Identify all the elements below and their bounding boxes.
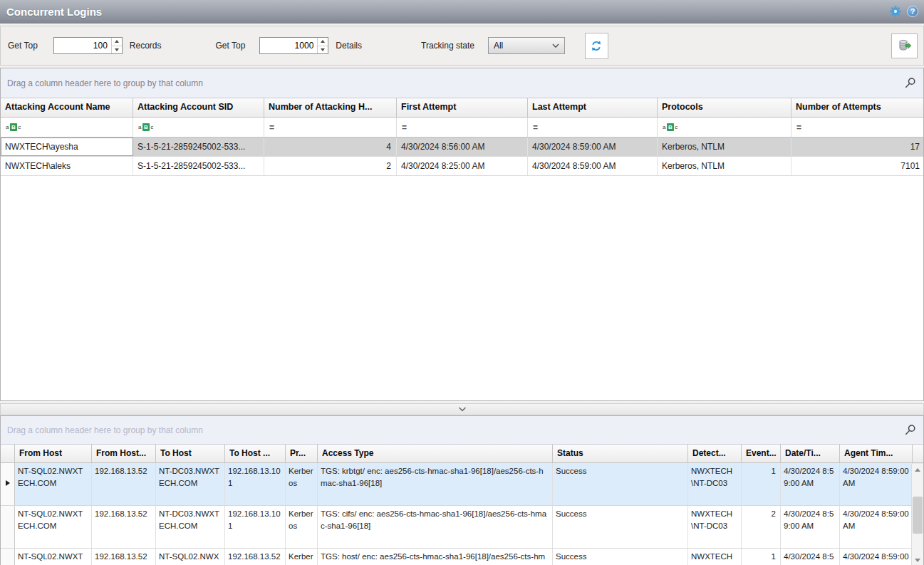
- cell-to-host[interactable]: NT-DC03.NWXTECH.COM: [156, 506, 225, 548]
- column-header-access-type[interactable]: Access Type: [318, 445, 553, 462]
- column-header-attacking-account-sid[interactable]: Attacking Account SID: [133, 98, 264, 117]
- cell-attacking-account-name[interactable]: NWXTECH\aleks: [1, 157, 133, 175]
- top-search-button[interactable]: [904, 77, 916, 89]
- filter-first-attempt[interactable]: =: [397, 118, 528, 137]
- column-header-first-attempt[interactable]: First Attempt: [397, 98, 528, 117]
- cell-from-host[interactable]: NT-SQL02.NWXTECH.COM: [15, 549, 92, 565]
- cell-to-host-ip[interactable]: 192.168.13.52: [225, 549, 286, 565]
- filter-attacking-account-name[interactable]: aBc: [1, 118, 133, 137]
- bottom-search-button[interactable]: [904, 424, 916, 436]
- column-header-last-attempt[interactable]: Last Attempt: [528, 98, 658, 117]
- scroll-up-icon[interactable]: [912, 464, 923, 476]
- cell-to-host-ip[interactable]: 192.168.13.101: [225, 506, 286, 548]
- cell-first-attempt[interactable]: 4/30/2024 8:56:00 AM: [397, 138, 528, 156]
- column-header-filler: [913, 445, 924, 462]
- column-header-date-time[interactable]: Date/Ti...: [781, 445, 840, 462]
- records-spin-up-icon[interactable]: [112, 38, 122, 46]
- cell-protocols[interactable]: Kerberos, NTLM: [658, 157, 791, 175]
- cell-agent-time[interactable]: 4/30/2024 8:59:00 AM: [840, 506, 913, 548]
- column-header-from-host-ip[interactable]: From Host...: [92, 445, 156, 462]
- cell-detected[interactable]: NWXTECH\NT-DC03: [688, 463, 742, 505]
- cell-to-host[interactable]: NT-SQL02.NWXTECH.COM: [156, 549, 225, 565]
- column-header-attacking-account-name[interactable]: Attacking Account Name: [1, 98, 133, 117]
- column-header-event[interactable]: Event...: [742, 445, 781, 462]
- table-row[interactable]: NT-SQL02.NWXTECH.COM 192.168.13.52 NT-SQ…: [1, 549, 923, 565]
- cell-number-attacking-hosts[interactable]: 4: [264, 138, 397, 156]
- cell-access-type[interactable]: TGS: cifs/ enc: aes256-cts-hmac-sha1-96[…: [318, 506, 553, 548]
- cell-detected[interactable]: NWXTECH\NT-DC03: [688, 506, 742, 548]
- cell-from-host-ip[interactable]: 192.168.13.52: [92, 463, 156, 505]
- records-count-input[interactable]: [54, 38, 111, 53]
- column-header-to-host[interactable]: To Host: [156, 445, 225, 462]
- column-header-from-host[interactable]: From Host: [15, 445, 92, 462]
- cell-date-time[interactable]: 4/30/2024 8:59:00 AM: [781, 506, 840, 548]
- help-icon[interactable]: ?: [907, 6, 918, 17]
- cell-from-host[interactable]: NT-SQL02.NWXTECH.COM: [15, 506, 92, 548]
- cell-attacking-account-sid[interactable]: S-1-5-21-2859245002-533...: [133, 138, 264, 156]
- cell-agent-time[interactable]: 4/30/2024 8:59:00 AM: [840, 549, 913, 565]
- details-spin-down-icon[interactable]: [318, 46, 328, 54]
- tracking-state-label: Tracking state: [421, 41, 474, 51]
- scrollbar-thumb[interactable]: [913, 497, 923, 534]
- cell-status[interactable]: Success: [553, 549, 688, 565]
- cell-last-attempt[interactable]: 4/30/2024 8:59:00 AM: [528, 157, 658, 175]
- column-header-to-host-ip[interactable]: To Host ...: [225, 445, 286, 462]
- cell-protocol[interactable]: Kerberos: [286, 506, 318, 548]
- equals-filter-icon: =: [402, 123, 407, 133]
- table-row[interactable]: NWXTECH\aleks S-1-5-21-2859245002-533...…: [1, 157, 923, 176]
- filter-attacking-account-sid[interactable]: aBc: [133, 118, 264, 137]
- cell-access-type[interactable]: TGS: krbtgt/ enc: aes256-cts-hmac-sha1-9…: [318, 463, 553, 505]
- cell-date-time[interactable]: 4/30/2024 8:59:00 AM: [781, 463, 840, 505]
- filter-protocols[interactable]: aBc: [658, 118, 791, 137]
- cell-attacking-account-sid[interactable]: S-1-5-21-2859245002-533...: [133, 157, 264, 175]
- details-spin-up-icon[interactable]: [318, 38, 328, 46]
- cell-number-attacking-hosts[interactable]: 2: [264, 157, 397, 175]
- table-row[interactable]: NT-SQL02.NWXTECH.COM 192.168.13.52 NT-DC…: [1, 463, 923, 506]
- cell-event[interactable]: 1: [742, 463, 781, 505]
- bottom-group-by-bar[interactable]: Drag a column header here to group by th…: [1, 416, 923, 445]
- tracking-state-dropdown[interactable]: All: [488, 37, 565, 54]
- table-row[interactable]: NWXTECH\ayesha S-1-5-21-2859245002-533..…: [1, 138, 923, 157]
- cell-from-host-ip[interactable]: 192.168.13.52: [92, 549, 156, 565]
- cell-from-host-ip[interactable]: 192.168.13.52: [92, 506, 156, 548]
- column-header-protocols[interactable]: Protocols: [658, 98, 791, 117]
- cell-attacking-account-name[interactable]: NWXTECH\ayesha: [1, 138, 133, 156]
- filter-last-attempt[interactable]: =: [528, 118, 658, 137]
- refresh-button[interactable]: [585, 33, 608, 59]
- cell-date-time[interactable]: 4/30/2024 8:59:00 AM: [781, 549, 840, 565]
- scroll-down-icon[interactable]: [912, 554, 923, 565]
- column-header-status[interactable]: Status: [553, 445, 688, 462]
- details-count-input[interactable]: [260, 38, 317, 53]
- cell-number-of-attempts[interactable]: 7101: [791, 157, 924, 175]
- cell-from-host[interactable]: NT-SQL02.NWXTECH.COM: [15, 463, 92, 505]
- settings-gear-icon[interactable]: [889, 5, 902, 18]
- cell-event[interactable]: 1: [742, 549, 781, 565]
- vertical-scrollbar[interactable]: [911, 464, 923, 565]
- table-row[interactable]: NT-SQL02.NWXTECH.COM 192.168.13.52 NT-DC…: [1, 506, 923, 549]
- cell-event[interactable]: 2: [742, 506, 781, 548]
- cell-last-attempt[interactable]: 4/30/2024 8:59:00 AM: [528, 138, 658, 156]
- export-data-button[interactable]: [891, 33, 918, 58]
- cell-to-host[interactable]: NT-DC03.NWXTECH.COM: [156, 463, 225, 505]
- cell-first-attempt[interactable]: 4/30/2024 8:25:00 AM: [397, 157, 528, 175]
- records-spin-down-icon[interactable]: [112, 46, 122, 54]
- cell-to-host-ip[interactable]: 192.168.13.101: [225, 463, 286, 505]
- cell-status[interactable]: Success: [553, 463, 688, 505]
- cell-protocol[interactable]: Kerberos: [286, 549, 318, 565]
- cell-protocol[interactable]: Kerberos: [286, 463, 318, 505]
- column-header-protocol[interactable]: Pr...: [286, 445, 318, 462]
- filter-number-of-attempts[interactable]: =: [791, 118, 924, 137]
- cell-detected[interactable]: NWXTECH\NT-DC03: [688, 549, 742, 565]
- column-header-agent-time[interactable]: Agent Tim...: [840, 445, 913, 462]
- grid-splitter[interactable]: [0, 403, 924, 415]
- column-header-number-of-attempts[interactable]: Number of Attempts: [791, 98, 924, 117]
- cell-status[interactable]: Success: [553, 506, 688, 548]
- cell-agent-time[interactable]: 4/30/2024 8:59:00 AM: [840, 463, 913, 505]
- filter-number-attacking-hosts[interactable]: =: [264, 118, 397, 137]
- cell-protocols[interactable]: Kerberos, NTLM: [658, 138, 791, 156]
- cell-number-of-attempts[interactable]: 17: [791, 138, 924, 156]
- column-header-detected[interactable]: Detect...: [688, 445, 742, 462]
- cell-access-type[interactable]: TGS: host/ enc: aes256-cts-hmac-sha1-96[…: [318, 549, 553, 565]
- top-group-by-bar[interactable]: Drag a column header here to group by th…: [1, 68, 923, 98]
- column-header-number-attacking-hosts[interactable]: Number of Attacking H...: [264, 98, 397, 117]
